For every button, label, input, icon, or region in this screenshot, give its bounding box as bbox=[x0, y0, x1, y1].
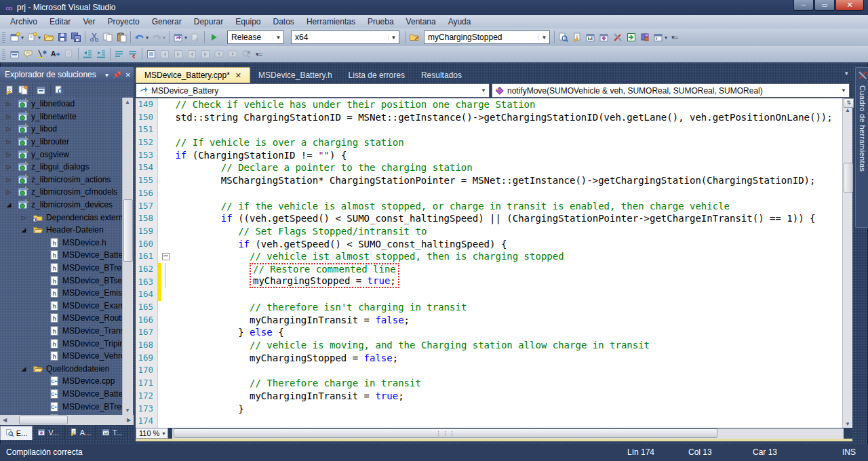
code-editor[interactable]: 149 // Check if vehicle has under their … bbox=[136, 98, 842, 428]
menu-proyecto[interactable]: Proyecto bbox=[101, 16, 145, 28]
word-completion-button[interactable]: A bbox=[49, 47, 62, 62]
solution-explorer-header[interactable]: Explorador de soluciones ▾📌✕ bbox=[0, 67, 134, 82]
find-in-files-icon[interactable] bbox=[408, 30, 421, 45]
tree-item-y-osgview[interactable]: ▷y_osgview bbox=[0, 148, 134, 161]
menu-ver[interactable]: Ver bbox=[77, 16, 101, 28]
code-line-154[interactable]: 154 // Declare a pointer to the charging… bbox=[136, 161, 842, 174]
show-all-files-button[interactable] bbox=[16, 83, 30, 98]
minimize-button[interactable]: ─ bbox=[793, 0, 814, 11]
view-class-diagram-button[interactable] bbox=[35, 83, 48, 98]
tree-item-msdevice-btrec[interactable]: hMSDevice_BTrec bbox=[0, 262, 134, 275]
view-in-object-browser-button[interactable] bbox=[53, 83, 66, 98]
code-line-158[interactable]: 158 if ((veh.getSpeed() < SUMO_const_hal… bbox=[136, 212, 842, 225]
next-bookmark-doc-button[interactable] bbox=[226, 47, 239, 62]
next-bookmark-button[interactable] bbox=[172, 47, 185, 62]
fold-collapse-icon[interactable] bbox=[161, 250, 170, 263]
scroll-left-icon[interactable]: ◀ bbox=[0, 417, 9, 423]
parameter-info-button[interactable] bbox=[22, 47, 35, 62]
tree-item-msdevice-h[interactable]: hMSDevice.h bbox=[0, 237, 134, 249]
tree-item-msdevice-trans[interactable]: hMSDevice_Trans bbox=[0, 325, 134, 338]
code-line-164[interactable]: 164 bbox=[136, 288, 842, 301]
scroll-right-icon[interactable]: ▶ bbox=[124, 417, 134, 423]
expand-arrow-icon[interactable]: ▷ bbox=[5, 176, 12, 183]
code-line-174[interactable]: 174 bbox=[136, 415, 842, 428]
zoom-dropdown[interactable]: 110 % ▼ bbox=[136, 428, 168, 439]
tree-item-z-libmicrosim-devices[interactable]: ◢z_libmicrosim_devices bbox=[0, 199, 134, 212]
explorer-hscroll-thumb[interactable] bbox=[19, 416, 68, 424]
doc-tab-msdevice-battery-h[interactable]: MSDevice_Battery.h bbox=[250, 68, 340, 83]
explorer-horizontal-scrollbar[interactable]: ◀ ▶ bbox=[0, 415, 134, 425]
code-line-157[interactable]: 157 // if the vehicle is almost stopped,… bbox=[136, 200, 842, 213]
solution-explorer-button[interactable] bbox=[584, 30, 597, 45]
previous-bookmark-button[interactable] bbox=[158, 47, 172, 62]
expand-arrow-icon[interactable]: ▷ bbox=[20, 214, 27, 221]
navigate-ide-button[interactable] bbox=[625, 30, 638, 45]
code-line-166[interactable]: 166 myChargingInTransit = false; bbox=[136, 314, 842, 327]
editor-vertical-scrollbar[interactable]: ⇅ ▲ ▼ bbox=[842, 98, 852, 428]
expand-arrow-icon[interactable]: ▷ bbox=[5, 125, 12, 132]
command-window-button[interactable]: ▾ bbox=[652, 30, 669, 45]
menu-ayuda[interactable]: Ayuda bbox=[442, 16, 477, 28]
menu-herramientas[interactable]: Herramientas bbox=[300, 16, 361, 28]
menu-ventana[interactable]: Ventana bbox=[400, 16, 442, 28]
previous-bookmark-doc-button[interactable] bbox=[212, 47, 226, 62]
extension-manager-button[interactable] bbox=[638, 30, 652, 45]
properties-window-button[interactable] bbox=[570, 30, 584, 45]
doc-tab-msdevice-battery-cpp-[interactable]: MSDevice_Battery.cpp*✕ bbox=[136, 67, 250, 83]
tree-item-y-libnetload[interactable]: ▷y_libnetload bbox=[0, 98, 134, 111]
cut-button[interactable] bbox=[87, 30, 101, 45]
tree-item-msdevice-btrec[interactable]: C++MSDevice_BTrec bbox=[0, 400, 134, 413]
code-line-163[interactable]: 163 myChargingStopped = true; bbox=[136, 276, 842, 289]
tree-item-msdevice-cpp[interactable]: C++MSDevice.cpp bbox=[0, 375, 134, 388]
code-line-160[interactable]: 160 if (veh.getSpeed() < SUMO_const_halt… bbox=[136, 238, 842, 251]
chevron-down-icon[interactable]: ▾ bbox=[665, 35, 667, 41]
menu-equipo[interactable]: Equipo bbox=[229, 16, 267, 28]
close-button[interactable]: ✕ bbox=[835, 0, 864, 11]
members-dropdown[interactable]: notifyMove(SUMOVehicle & veh, SUMOReal, … bbox=[492, 83, 850, 98]
code-line-165[interactable]: 165 // therefore isn't charging in trans… bbox=[136, 301, 842, 314]
editor-scroll-thumb[interactable] bbox=[844, 163, 853, 193]
collapse-arrow-icon[interactable]: ◢ bbox=[20, 226, 27, 233]
toolbar-grip[interactable] bbox=[2, 32, 5, 43]
clear-bookmarks-button[interactable] bbox=[239, 47, 253, 62]
code-line-151[interactable]: 151 bbox=[136, 123, 842, 136]
chevron-down-icon[interactable]: ▼ bbox=[838, 87, 849, 94]
chevron-down-icon[interactable]: ▾ bbox=[163, 35, 165, 41]
tree-item-z-libmicrosim-cfmodels[interactable]: ▷z_libmicrosim_cfmodels bbox=[0, 186, 134, 199]
uncomment-selection-button[interactable] bbox=[126, 47, 140, 62]
tree-item-y-libod[interactable]: ▷y_libod bbox=[0, 123, 134, 136]
close-panel-icon[interactable]: ✕ bbox=[125, 71, 131, 79]
close-tab-icon[interactable]: ✕ bbox=[235, 71, 241, 80]
chevron-down-icon[interactable]: ▾ bbox=[184, 35, 187, 41]
configuration-dropdown[interactable]: Release▼ bbox=[227, 31, 284, 44]
expand-arrow-icon[interactable]: ▷ bbox=[5, 151, 12, 158]
editor-horizontal-scrollbar[interactable]: ⋮⋮⋮ bbox=[172, 428, 844, 439]
paste-button[interactable] bbox=[115, 30, 128, 45]
expand-arrow-icon[interactable]: ▷ bbox=[5, 188, 12, 195]
split-window-handle[interactable]: ⇅ bbox=[844, 98, 854, 108]
copy-button[interactable] bbox=[101, 30, 115, 45]
tree-item-msdevice-routi[interactable]: hMSDevice_Routi bbox=[0, 312, 134, 325]
doc-tab-lista-de-errores[interactable]: Lista de errores bbox=[340, 68, 413, 83]
tree-item-msdevice-batte[interactable]: hMSDevice_Batte bbox=[0, 249, 134, 262]
properties-button[interactable] bbox=[3, 83, 16, 98]
start-debug-button[interactable] bbox=[207, 30, 220, 45]
tree-item-z-libmicrosim-actions[interactable]: ▷z_libmicrosim_actions bbox=[0, 174, 134, 186]
scroll-down-icon[interactable]: ▼ bbox=[843, 421, 852, 427]
decrease-indent-button[interactable] bbox=[81, 47, 94, 62]
code-line-168[interactable]: 168 // vehicle is moving, and the Chargi… bbox=[136, 339, 842, 352]
quick-info-button[interactable] bbox=[35, 47, 49, 62]
scroll-up-icon[interactable]: ▲ bbox=[843, 107, 852, 113]
tree-item-y-libnetwrite[interactable]: ▷y_libnetwrite bbox=[0, 111, 134, 123]
menu-datos[interactable]: Datos bbox=[267, 16, 300, 28]
code-line-162[interactable]: 162 // Restore commented line bbox=[136, 263, 842, 276]
editor-hscroll-thumb[interactable]: ⋮⋮⋮ bbox=[174, 428, 717, 438]
member-list-button[interactable] bbox=[8, 47, 22, 62]
code-line-170[interactable]: 170 bbox=[136, 364, 842, 377]
chevron-down-icon[interactable]: ▼ bbox=[388, 35, 399, 41]
collapse-arrow-icon[interactable]: ◢ bbox=[5, 201, 12, 208]
explorer-vertical-scrollbar[interactable]: ▲ ▼ bbox=[122, 98, 133, 415]
expand-arrow-icon[interactable]: ▷ bbox=[5, 138, 12, 145]
add-item-button[interactable]: ▾ bbox=[25, 30, 42, 45]
toolbar-overflow-icon[interactable]: ▾═ bbox=[256, 51, 262, 58]
